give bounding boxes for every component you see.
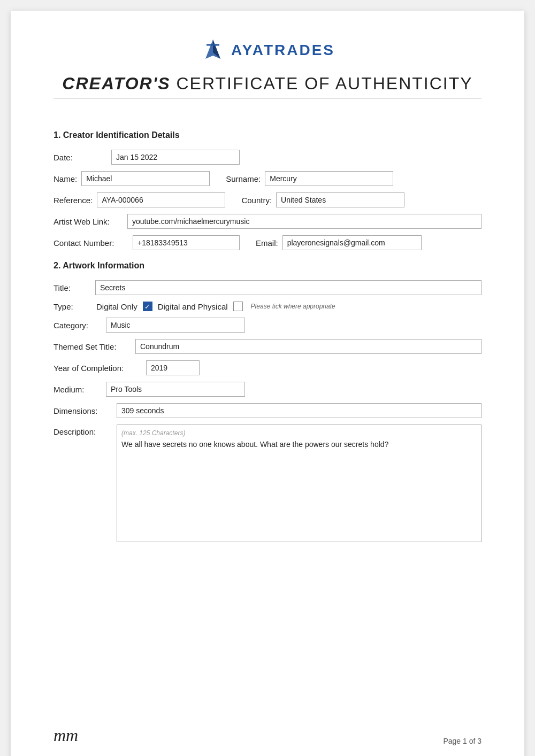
cert-title-rest: CERTIFICATE OF AUTHENTICITY <box>171 74 473 93</box>
artist-web-value: youtube.com/michaelmercurymusic <box>127 214 482 229</box>
year-value: 2019 <box>146 360 200 375</box>
footer: mm Page 1 of 3 <box>54 726 482 745</box>
dimensions-value: 309 seconds <box>117 403 482 418</box>
section2: 2. Artwork Information Title: Secrets Ty… <box>54 261 482 542</box>
artist-web-label: Artist Web Link: <box>54 217 123 226</box>
section1-title: 1. Creator Identification Details <box>54 130 482 140</box>
surname-label: Surname: <box>226 174 261 183</box>
title-divider <box>54 98 482 98</box>
reference-label: Reference: <box>54 196 93 205</box>
logo-icon <box>200 37 226 63</box>
contact-value: +18183349513 <box>133 235 240 250</box>
description-box: (max. 125 Characters) We all have secret… <box>117 425 482 542</box>
artwork-title-row: Title: Secrets <box>54 280 482 295</box>
themed-set-row: Themed Set Title: Conundrum <box>54 339 482 354</box>
logo-aya: AYA <box>231 42 264 58</box>
type-option2: Digital and Physical <box>158 302 228 311</box>
name-surname-row: Name: Michael Surname: Mercury <box>54 171 482 186</box>
surname-col: Surname: Mercury <box>226 171 393 186</box>
surname-value: Mercury <box>265 171 393 186</box>
medium-label: Medium: <box>54 385 102 394</box>
artist-web-row: Artist Web Link: youtube.com/michaelmerc… <box>54 214 482 229</box>
type-label: Type: <box>54 302 91 311</box>
country-label: Country: <box>241 196 272 205</box>
year-label: Year of Completion: <box>54 364 142 373</box>
name-col: Name: Michael <box>54 171 210 186</box>
email-value: playeronesignals@gmail.com <box>282 235 422 250</box>
section1: 1. Creator Identification Details Date: … <box>54 130 482 250</box>
description-hint: (max. 125 Characters) <box>121 429 477 437</box>
country-value: United States <box>276 192 404 207</box>
medium-value: Pro Tools <box>106 382 245 397</box>
category-row: Category: Music <box>54 318 482 333</box>
logo-text: AYATRADES <box>231 42 335 59</box>
digital-only-checkbox[interactable]: ✓ <box>143 302 152 311</box>
contact-label: Contact Number: <box>54 238 128 248</box>
type-option1-label: Digital Only <box>96 302 137 311</box>
date-row: Date: Jan 15 2022 <box>54 150 482 165</box>
section2-title: 2. Artwork Information <box>54 261 482 271</box>
description-content: We all have secrets no one knows about. … <box>121 440 477 449</box>
digital-physical-checkbox[interactable] <box>233 302 243 311</box>
description-label: Description: <box>54 427 112 436</box>
themed-set-value: Conundrum <box>135 339 482 354</box>
artwork-title-value: Secrets <box>95 280 482 295</box>
type-option2-label: Digital and Physical <box>158 302 228 311</box>
year-row: Year of Completion: 2019 <box>54 360 482 375</box>
tick-note: Please tick where appropriate <box>251 303 335 310</box>
email-col: Email: playeronesignals@gmail.com <box>256 235 422 250</box>
category-label: Category: <box>54 321 102 330</box>
email-label: Email: <box>256 238 278 248</box>
dimensions-row: Dimensions: 309 seconds <box>54 403 482 418</box>
country-col: Country: United States <box>241 192 404 207</box>
signature: mm <box>54 726 78 745</box>
reference-col: Reference: AYA-000066 <box>54 192 225 207</box>
type-option1: Digital Only <box>96 302 137 311</box>
type-row: Type: Digital Only ✓ Digital and Physica… <box>54 302 482 311</box>
logo-area: AYATRADES <box>200 37 335 63</box>
reference-country-row: Reference: AYA-000066 Country: United St… <box>54 192 482 207</box>
header: AYATRADES CREATOR'S CERTIFICATE OF AUTHE… <box>54 37 482 114</box>
cert-title-bold: CREATOR'S <box>62 74 170 93</box>
page: AYATRADES CREATOR'S CERTIFICATE OF AUTHE… <box>11 11 524 756</box>
page-number: Page 1 of 3 <box>443 737 482 745</box>
reference-value: AYA-000066 <box>97 192 225 207</box>
date-label: Date: <box>54 153 107 162</box>
certificate-title: CREATOR'S CERTIFICATE OF AUTHENTICITY <box>54 74 482 94</box>
medium-row: Medium: Pro Tools <box>54 382 482 397</box>
description-row: Description: (max. 125 Characters) We al… <box>54 425 482 542</box>
dimensions-label: Dimensions: <box>54 406 112 415</box>
themed-set-label: Themed Set Title: <box>54 342 131 351</box>
name-label: Name: <box>54 174 77 183</box>
date-value: Jan 15 2022 <box>111 150 240 165</box>
contact-email-row: Contact Number: +18183349513 Email: play… <box>54 235 482 250</box>
category-value: Music <box>106 318 245 333</box>
contact-col: Contact Number: +18183349513 <box>54 235 240 250</box>
name-value: Michael <box>81 171 210 186</box>
artwork-title-label: Title: <box>54 283 91 292</box>
